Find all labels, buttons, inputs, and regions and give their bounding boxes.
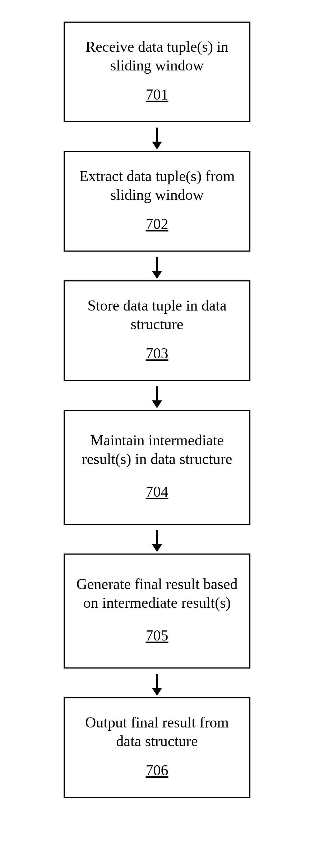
step-705: Generate final result based on intermedi… xyxy=(64,554,250,669)
step-704: Maintain intermediate result(s) in data … xyxy=(64,410,250,525)
arrow-down-icon xyxy=(156,122,158,151)
flowchart: Receive data tuple(s) in sliding window … xyxy=(0,0,314,819)
step-number: 706 xyxy=(146,762,168,779)
step-description: Maintain intermediate result(s) in data … xyxy=(75,431,239,469)
arrow-down-icon xyxy=(156,525,158,554)
arrow-down-icon xyxy=(156,669,158,697)
step-701: Receive data tuple(s) in sliding window … xyxy=(64,22,250,122)
step-702: Extract data tuple(s) from sliding windo… xyxy=(64,151,250,252)
arrow-down-icon xyxy=(156,381,158,410)
step-description: Store data tuple in data structure xyxy=(75,296,239,334)
step-number: 704 xyxy=(146,483,168,500)
step-description: Extract data tuple(s) from sliding windo… xyxy=(75,167,239,205)
arrow-down-icon xyxy=(156,252,158,280)
step-number: 703 xyxy=(146,345,168,362)
step-number: 705 xyxy=(146,627,168,644)
step-description: Generate final result based on intermedi… xyxy=(75,575,239,612)
step-703: Store data tuple in data structure 703 xyxy=(64,280,250,381)
step-description: Receive data tuple(s) in sliding window xyxy=(75,37,239,75)
step-description: Output final result from data structure xyxy=(75,713,239,751)
step-number: 701 xyxy=(146,86,168,103)
step-706: Output final result from data structure … xyxy=(64,697,250,798)
step-number: 702 xyxy=(146,215,168,233)
